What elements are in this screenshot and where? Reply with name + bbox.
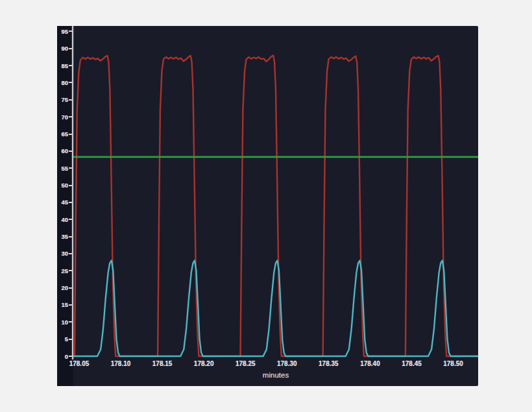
y-tick-label: 25 [57,267,68,274]
x-tick-label: 178.50 [439,360,468,367]
x-tick-label: 178.30 [272,360,301,367]
y-tick-label: 40 [57,216,68,223]
y-tick-label: 50 [57,182,68,189]
y-tick-label: 90 [57,45,68,52]
x-tick-label: 178.25 [231,360,260,367]
y-tick-label: 20 [57,284,68,291]
page-background: 05101520253035404550556065707580859095 1… [0,0,532,412]
x-tick-label: 178.05 [65,360,93,367]
plot-area-svg [73,26,478,359]
x-tick-label: 178.15 [148,360,176,367]
y-tick-label: 0 [57,353,68,360]
y-tick-label: 95 [57,28,68,35]
y-tick-label: 65 [57,130,68,138]
cyan-narrow-peaks [73,261,478,357]
x-tick-label: 178.35 [314,360,343,367]
y-tick-label: 15 [57,301,68,308]
x-axis-title: minutes [73,371,478,379]
x-tick-label: 178.45 [397,360,426,367]
y-tick-label: 80 [57,79,68,86]
y-tick-label: 70 [57,114,68,121]
x-tick-label: 178.40 [356,360,384,367]
y-tick-label: 10 [57,319,68,326]
y-tick-label: 30 [57,250,68,257]
y-tick-label: 5 [57,335,68,343]
trend-chart-panel: 05101520253035404550556065707580859095 1… [57,26,478,386]
y-tick-label: 75 [57,96,68,103]
y-tick-label: 45 [57,199,68,206]
red-square-wave [73,55,478,356]
x-tick-label: 178.20 [189,360,218,367]
y-tick-label: 85 [57,62,68,69]
y-tick-label: 55 [57,165,68,172]
y-tick-label: 60 [57,147,68,154]
y-tick-label: 35 [57,233,68,240]
x-tick-label: 178.10 [106,360,135,367]
